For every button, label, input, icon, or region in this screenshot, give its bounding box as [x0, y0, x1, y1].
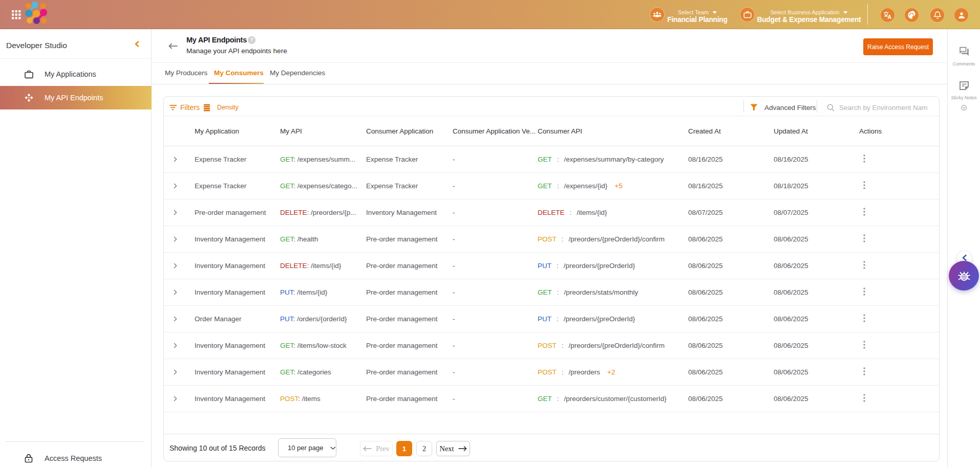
svg-text:A: A: [888, 14, 892, 19]
